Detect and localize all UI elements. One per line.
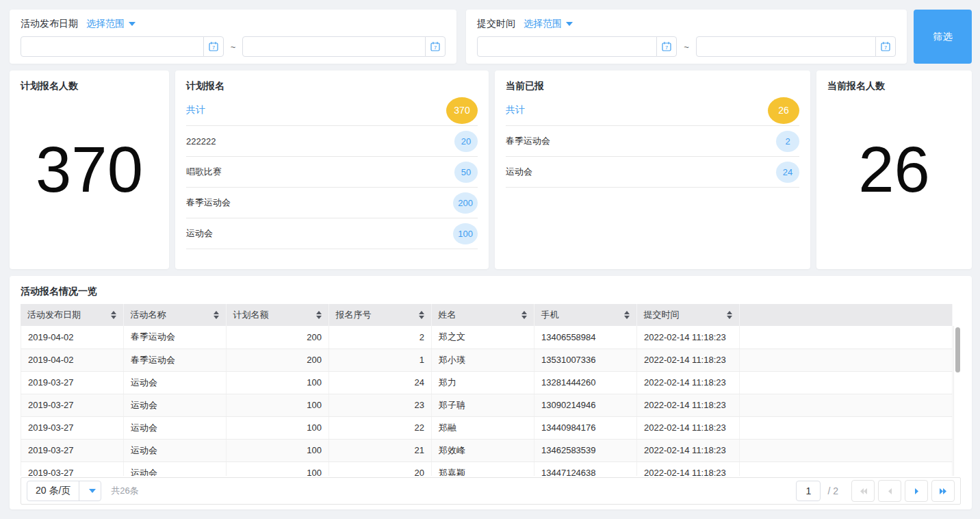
svg-text:7: 7 (665, 45, 668, 51)
submit-time-start-input[interactable] (477, 36, 657, 57)
page-size-select[interactable]: 20 条/页 (27, 481, 101, 501)
table-cell: 13281444260 (534, 371, 637, 394)
column-label: 活动发布日期 (27, 309, 81, 321)
stat-value-badge: 50 (454, 162, 478, 183)
table-cell: 2022-02-14 11:18:23 (637, 394, 740, 416)
table-cell: 2019-03-27 (21, 416, 124, 439)
previous-page-icon (886, 487, 894, 496)
stat-value-badge: 26 (768, 97, 799, 124)
column-header-submit-time[interactable]: 提交时间 (636, 304, 739, 326)
registration-table-panel: 活动报名情况一览 活动发布日期 活动名称 计划名额 报名序号 姓名 手机 提交时… (10, 276, 972, 509)
publish-date-end-input[interactable] (242, 36, 426, 57)
table-cell: 100 (227, 439, 329, 461)
table-wrap: 活动发布日期 活动名称 计划名额 报名序号 姓名 手机 提交时间 2019-04… (21, 304, 961, 476)
table-cell: 13406558984 (534, 326, 637, 349)
card-title: 当前已报 (506, 80, 799, 92)
table-cell: 2019-04-02 (21, 349, 124, 371)
stat-value-badge: 200 (453, 192, 478, 214)
table-cell-empty (740, 416, 953, 439)
stat-row: 运动会24 (506, 157, 799, 188)
caret-down-icon (129, 22, 136, 26)
next-page-icon (912, 487, 921, 496)
planned-total-card: 计划报名人数 370 (10, 71, 169, 269)
first-page-icon (859, 487, 868, 496)
table-cell: 郑融 (432, 416, 534, 439)
table-cell-empty (740, 394, 953, 416)
planned-total-value: 370 (21, 92, 158, 260)
sort-icon[interactable] (521, 311, 527, 319)
table-cell: 200 (227, 326, 329, 349)
table-title: 活动报名情况一览 (21, 286, 961, 298)
table-cell: 24 (329, 371, 432, 394)
range-link-text: 选择范围 (86, 18, 125, 30)
table-cell: 13531007336 (534, 349, 637, 371)
last-page-button[interactable] (931, 480, 955, 502)
stat-total-label[interactable]: 共计 (186, 104, 205, 116)
table-cell: 2022-02-14 11:18:23 (637, 461, 740, 476)
filter-submit-button[interactable]: 筛选 (914, 10, 972, 64)
table-row: 2019-03-27运动会10023郑子聃130902149462022-02-… (21, 394, 953, 416)
column-header-name[interactable]: 姓名 (431, 304, 534, 326)
table-cell: 2022-02-14 11:18:23 (637, 371, 740, 394)
current-breakdown-card: 当前已报 共计26春季运动会2运动会24 (495, 71, 810, 269)
sort-icon[interactable] (727, 311, 732, 319)
next-page-button[interactable] (905, 480, 928, 502)
table-cell: 23 (329, 394, 432, 416)
sort-icon[interactable] (214, 311, 219, 319)
table-cell: 郑子聃 (432, 394, 534, 416)
calendar-icon: 7 (430, 41, 441, 52)
publish-date-end-calendar-button[interactable]: 7 (425, 36, 446, 57)
current-total-card: 当前报名人数 26 (816, 71, 972, 269)
submit-time-start-calendar-button[interactable]: 7 (656, 36, 677, 57)
stat-label: 春季运动会 (186, 197, 231, 209)
stat-cards-row: 计划报名人数 370 计划报名 共计37022222220唱歌比赛50春季运动会… (10, 71, 972, 269)
column-header-empty (739, 304, 953, 326)
table-scrollbar-thumb[interactable] (955, 327, 960, 372)
svg-text:7: 7 (212, 45, 215, 51)
table-scrollbar-track[interactable] (953, 326, 961, 476)
table-cell: 20 (329, 461, 432, 476)
column-label: 计划名额 (233, 309, 269, 321)
filter-bar: 活动发布日期 选择范围 7 ~ (10, 10, 972, 64)
submit-time-range-link[interactable]: 选择范围 (524, 18, 573, 30)
column-header-activity-name[interactable]: 活动名称 (123, 304, 226, 326)
table-header-row: 活动发布日期 活动名称 计划名额 报名序号 姓名 手机 提交时间 (21, 304, 953, 326)
publish-date-start-calendar-button[interactable]: 7 (203, 36, 224, 57)
previous-page-button[interactable] (878, 480, 901, 502)
column-header-phone[interactable]: 手机 (534, 304, 636, 326)
calendar-icon: 7 (880, 41, 891, 52)
table-cell: 100 (227, 371, 329, 394)
table-row: 2019-03-27运动会10024郑力132814442602022-02-1… (21, 371, 953, 394)
first-page-button[interactable] (851, 480, 875, 502)
table-cell: 郑嘉颖 (432, 461, 534, 476)
table-cell: 2022-02-14 11:18:23 (637, 326, 740, 349)
card-title: 计划报名人数 (21, 80, 158, 92)
column-label: 活动名称 (131, 309, 166, 321)
stat-value-badge: 2 (776, 131, 799, 152)
stat-row: 春季运动会200 (186, 188, 478, 218)
stat-label: 唱歌比赛 (186, 166, 222, 178)
table-row: 2019-03-27运动会10021郑效峰134625835392022-02-… (21, 439, 953, 461)
table-cell: 2019-03-27 (21, 371, 124, 394)
stat-total-label[interactable]: 共计 (506, 104, 525, 116)
page-size-caret-section (79, 481, 101, 501)
column-header-registration-no[interactable]: 报名序号 (328, 304, 431, 326)
sort-icon[interactable] (419, 311, 424, 319)
stat-row: 春季运动会2 (506, 126, 799, 157)
submit-time-end-calendar-button[interactable]: 7 (875, 36, 896, 57)
table-cell: 郑小瑛 (432, 349, 534, 371)
table-cell: 运动会 (124, 439, 227, 461)
column-header-publish-date[interactable]: 活动发布日期 (21, 304, 123, 326)
page-number-input[interactable] (796, 481, 821, 501)
column-header-planned-quota[interactable]: 计划名额 (226, 304, 328, 326)
page-size-value: 20 条/页 (27, 485, 79, 497)
publish-date-range-link[interactable]: 选择范围 (86, 18, 136, 30)
table-cell: 2 (329, 326, 432, 349)
submit-time-end-input[interactable] (696, 36, 876, 57)
publish-date-start-input[interactable] (21, 36, 204, 57)
sort-icon[interactable] (111, 311, 116, 319)
pagination-bar: 20 条/页 共26条 / 2 (21, 477, 961, 505)
publish-date-label: 活动发布日期 (21, 18, 78, 30)
sort-icon[interactable] (316, 311, 322, 319)
sort-icon[interactable] (624, 311, 630, 319)
